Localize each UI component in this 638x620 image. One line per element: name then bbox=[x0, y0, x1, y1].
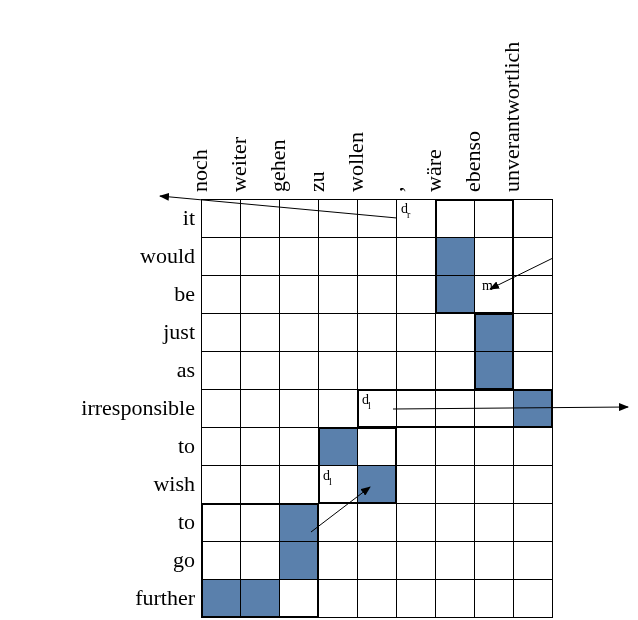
row-just: just bbox=[163, 319, 195, 345]
block-to-go-further bbox=[201, 503, 319, 618]
row-irresponsible: irresponsible bbox=[81, 395, 195, 421]
block-it-would-be bbox=[435, 199, 514, 314]
row-as: as bbox=[177, 357, 195, 383]
col-waere: wäre bbox=[421, 149, 447, 192]
col-unverantwortlich: unverantwortlich bbox=[499, 42, 525, 192]
annot-dr: dr bbox=[401, 201, 409, 219]
col-weiter: weiter bbox=[226, 137, 252, 192]
block-irresponsible bbox=[357, 389, 553, 428]
row-go: go bbox=[173, 547, 195, 573]
col-noch: noch bbox=[187, 149, 213, 192]
col-zu: zu bbox=[304, 171, 330, 192]
row-further: further bbox=[135, 585, 195, 611]
row-would: would bbox=[140, 243, 195, 269]
col-ebenso: ebenso bbox=[460, 131, 486, 192]
row-wish: wish bbox=[153, 471, 195, 497]
col-comma: , bbox=[382, 187, 408, 193]
row-it: it bbox=[183, 205, 195, 231]
col-wollen: wollen bbox=[343, 132, 369, 192]
col-gehen: gehen bbox=[265, 139, 291, 192]
row-to: to bbox=[178, 433, 195, 459]
block-just-as bbox=[474, 313, 514, 390]
row-be: be bbox=[174, 281, 195, 307]
row-to2: to bbox=[178, 509, 195, 535]
block-to-wish bbox=[318, 427, 397, 504]
